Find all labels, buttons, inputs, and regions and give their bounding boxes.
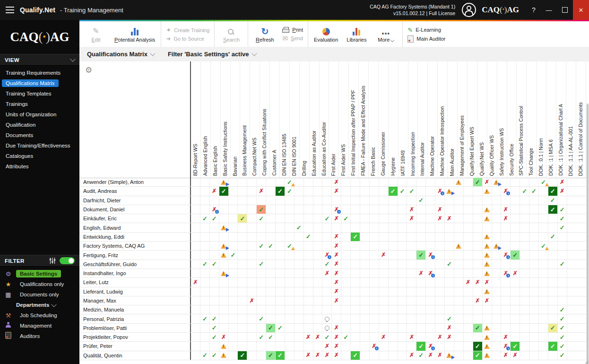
matrix-cell[interactable] bbox=[294, 342, 304, 350]
column-header[interactable]: SPC-Statistical Process Control bbox=[517, 61, 527, 178]
matrix-cell[interactable] bbox=[341, 233, 351, 241]
matrix-cell[interactable] bbox=[219, 342, 229, 350]
matrix-cell[interactable] bbox=[558, 278, 567, 286]
sidebar-item-attributes[interactable]: Attributes bbox=[0, 161, 79, 172]
matrix-cell[interactable]: ✗ bbox=[445, 333, 454, 341]
matrix-cell[interactable] bbox=[313, 260, 323, 269]
matrix-cell[interactable]: ✓ bbox=[416, 196, 426, 205]
matrix-cell[interactable] bbox=[266, 196, 276, 205]
matrix-cell[interactable]: ✗ bbox=[511, 351, 520, 360]
matrix-cell[interactable] bbox=[257, 305, 266, 314]
matrix-cell[interactable]: ✗ bbox=[322, 342, 332, 350]
column-header[interactable]: First Aider bbox=[329, 61, 339, 178]
matrix-cell[interactable] bbox=[341, 314, 351, 323]
matrix-cell[interactable]: ✓ bbox=[351, 233, 360, 241]
matrix-cell[interactable]: ✗ bbox=[332, 260, 341, 269]
matrix-cell[interactable] bbox=[435, 223, 445, 232]
matrix-cell[interactable] bbox=[276, 278, 285, 286]
matrix-cell[interactable] bbox=[389, 178, 398, 186]
matrix-cell[interactable] bbox=[370, 324, 379, 332]
employee-name[interactable]: Problemlöser, Patti bbox=[79, 324, 191, 332]
matrix-cell[interactable] bbox=[492, 178, 502, 186]
matrix-cell[interactable]: ✓ bbox=[257, 333, 266, 341]
matrix-cell[interactable] bbox=[229, 296, 238, 305]
matrix-cell[interactable] bbox=[351, 214, 360, 223]
matrix-cell[interactable] bbox=[304, 196, 313, 205]
matrix-cell[interactable] bbox=[247, 196, 257, 205]
go-to-source-button[interactable]: ➜ Go to Source bbox=[166, 35, 209, 42]
matrix-cell[interactable] bbox=[548, 278, 558, 286]
matrix-cell[interactable] bbox=[529, 324, 539, 332]
matrix-cell[interactable] bbox=[351, 196, 360, 205]
matrix-cell[interactable] bbox=[435, 242, 445, 250]
matrix-cell[interactable] bbox=[389, 223, 398, 232]
matrix-cell[interactable] bbox=[285, 269, 294, 277]
column-header[interactable]: DOK. :1 | MSA 6 bbox=[546, 61, 556, 178]
matrix-cell[interactable] bbox=[370, 251, 379, 259]
matrix-cell[interactable]: ✓ bbox=[445, 314, 454, 323]
employee-name[interactable]: Dokument, Daniel bbox=[79, 205, 191, 214]
employee-name[interactable]: Einkäufer, Eric bbox=[79, 214, 191, 223]
matrix-cell[interactable] bbox=[219, 278, 229, 286]
matrix-cell[interactable]: ✓ bbox=[539, 242, 548, 250]
matrix-cell[interactable] bbox=[313, 242, 323, 250]
matrix-cell[interactable]: ✓ bbox=[341, 214, 351, 223]
matrix-cell[interactable] bbox=[473, 242, 483, 250]
matrix-cell[interactable] bbox=[313, 314, 323, 323]
matrix-cell[interactable] bbox=[360, 351, 370, 360]
matrix-cell[interactable] bbox=[398, 269, 407, 277]
matrix-cell[interactable] bbox=[200, 269, 210, 277]
matrix-cell[interactable] bbox=[558, 233, 567, 241]
matrix-cell[interactable] bbox=[407, 342, 416, 350]
matrix-cell[interactable] bbox=[492, 233, 502, 241]
matrix-cell[interactable] bbox=[389, 196, 398, 205]
matrix-cell[interactable] bbox=[426, 196, 435, 205]
matrix-cell[interactable] bbox=[313, 233, 323, 241]
matrix-cell[interactable] bbox=[445, 178, 454, 186]
matrix-cell[interactable] bbox=[322, 278, 332, 286]
matrix-cell[interactable]: ✓ bbox=[548, 205, 558, 214]
matrix-cell[interactable] bbox=[435, 196, 445, 205]
matrix-cell[interactable] bbox=[200, 196, 210, 205]
matrix-cell[interactable] bbox=[548, 260, 558, 269]
matrix-cell[interactable]: ✗ bbox=[313, 351, 323, 360]
matrix-cell[interactable] bbox=[322, 233, 332, 241]
matrix-cell[interactable] bbox=[266, 187, 276, 195]
matrix-cell[interactable] bbox=[294, 333, 304, 341]
matrix-cell[interactable] bbox=[200, 187, 210, 195]
matrix-cell[interactable] bbox=[304, 278, 313, 286]
matrix-cell[interactable] bbox=[191, 287, 200, 296]
sidebar-item-catalogues[interactable]: Catalogues bbox=[0, 151, 79, 161]
user-avatar-icon[interactable] bbox=[462, 3, 476, 17]
matrix-cell[interactable] bbox=[398, 287, 407, 296]
matrix-cell[interactable] bbox=[389, 269, 398, 277]
matrix-cell[interactable] bbox=[304, 269, 313, 277]
matrix-cell[interactable] bbox=[247, 223, 257, 232]
matrix-cell[interactable] bbox=[200, 305, 210, 314]
matrix-cell[interactable]: ✓ bbox=[416, 342, 426, 350]
matrix-cell[interactable]: ✗ bbox=[313, 333, 323, 341]
matrix-cell[interactable] bbox=[285, 314, 294, 323]
matrix-cell[interactable] bbox=[483, 233, 492, 241]
matrix-cell[interactable] bbox=[229, 305, 238, 314]
vertical-scrollbar[interactable] bbox=[586, 103, 589, 364]
column-header[interactable]: Basic Safety Instructions bbox=[221, 61, 231, 178]
matrix-cell[interactable] bbox=[464, 187, 473, 195]
matrix-cell[interactable] bbox=[191, 269, 200, 277]
matrix-cell[interactable] bbox=[426, 260, 435, 269]
matrix-cell[interactable] bbox=[285, 278, 294, 286]
matrix-cell[interactable]: ✓ bbox=[558, 314, 567, 323]
matrix-cell[interactable] bbox=[473, 260, 483, 269]
matrix-cell[interactable] bbox=[501, 278, 511, 286]
column-header[interactable]: Management of Employees bbox=[458, 61, 468, 178]
column-header[interactable]: Basic English bbox=[211, 61, 221, 178]
matrix-cell[interactable] bbox=[389, 324, 398, 332]
matrix-cell[interactable]: ✗ bbox=[464, 278, 473, 286]
matrix-cell[interactable] bbox=[294, 305, 304, 314]
matrix-cell[interactable]: ✓ bbox=[257, 242, 266, 250]
matrix-cell[interactable] bbox=[558, 287, 567, 296]
matrix-cell[interactable] bbox=[229, 260, 238, 269]
matrix-cell[interactable]: ✓ bbox=[210, 214, 219, 223]
matrix-cell[interactable] bbox=[341, 287, 351, 296]
matrix-cell[interactable] bbox=[276, 314, 285, 323]
